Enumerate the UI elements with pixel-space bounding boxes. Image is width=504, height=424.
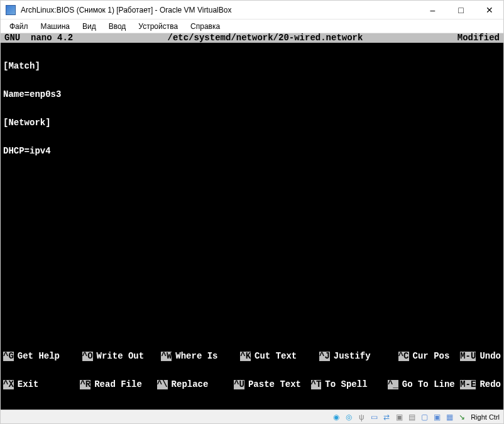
clipboard-icon[interactable]: ▤ bbox=[407, 412, 417, 422]
nano-filename: /etc/systemd/network/20-wired.network bbox=[73, 33, 457, 43]
mouse-integration-icon[interactable]: ↘ bbox=[457, 412, 467, 422]
nano-title-bar: GNU nano 4.2 /etc/systemd/network/20-wir… bbox=[1, 33, 503, 43]
menu-view[interactable]: Вид bbox=[77, 21, 101, 32]
recording-icon[interactable]: ▣ bbox=[432, 412, 442, 422]
minimize-button[interactable]: – bbox=[419, 1, 447, 20]
app-icon bbox=[6, 5, 16, 15]
shortcut-cut-text: ^KCut Text bbox=[240, 352, 319, 361]
nano-shortcut-bar: ^GGet Help ^OWrite Out ^WWhere Is ^KCut … bbox=[1, 333, 503, 410]
shortcut-read-file: ^RRead File bbox=[80, 380, 156, 389]
vm-display[interactable]: GNU nano 4.2 /etc/systemd/network/20-wir… bbox=[1, 33, 503, 410]
shortcut-go-to-line-redo: ^_Go To Line M-ERedo bbox=[388, 380, 501, 389]
hard-disk-icon[interactable]: ◉ bbox=[331, 412, 341, 422]
menu-help[interactable]: Справка bbox=[185, 21, 225, 32]
menu-input[interactable]: Ввод bbox=[104, 21, 131, 32]
optical-drive-icon[interactable]: ◎ bbox=[344, 412, 354, 422]
editor-line: Name=enp0s3 bbox=[3, 90, 501, 99]
nano-version: GNU nano 4.2 bbox=[4, 33, 73, 43]
editor-line: DHCP=ipv4 bbox=[3, 147, 501, 156]
audio-icon[interactable]: ▢ bbox=[419, 412, 429, 422]
cpu-icon[interactable]: ▦ bbox=[444, 412, 454, 422]
shortcut-to-spell: ^TTo Spell bbox=[311, 380, 388, 389]
shortcut-paste-text: ^UPaste Text bbox=[234, 380, 310, 389]
menu-bar: Файл Машина Вид Ввод Устройства Справка bbox=[1, 20, 503, 33]
shortcut-where-is: ^WWhere Is bbox=[161, 352, 240, 361]
shortcut-cur-pos-undo: ^CCur Pos M-UUndo bbox=[398, 352, 501, 361]
network-icon[interactable]: ⇄ bbox=[381, 412, 392, 422]
nano-modified: Modified bbox=[457, 33, 500, 43]
shortcut-justify: ^JJustify bbox=[319, 352, 398, 361]
menu-devices[interactable]: Устройства bbox=[133, 21, 183, 32]
vm-status-bar: ◉ ◎ ψ ▭ ⇄ ▣ ▤ ▢ ▣ ▦ ↘ Right Ctrl bbox=[1, 410, 503, 423]
menu-file[interactable]: Файл bbox=[4, 21, 33, 32]
menu-machine[interactable]: Машина bbox=[36, 21, 75, 32]
editor-line: [Match] bbox=[3, 62, 501, 71]
shortcut-replace: ^\Replace bbox=[157, 380, 234, 389]
nano-editor-body[interactable]: [Match] Name=enp0s3 [Network] DHCP=ipv4 bbox=[1, 43, 503, 333]
shared-folder-icon[interactable]: ▭ bbox=[369, 412, 379, 422]
shortcut-write-out: ^OWrite Out bbox=[82, 352, 162, 361]
usb-icon[interactable]: ψ bbox=[356, 412, 366, 422]
host-key-indicator[interactable]: Right Ctrl bbox=[469, 413, 500, 421]
window-titlebar: ArchLinux:BIOS (Снимок 1) [Работает] - O… bbox=[1, 1, 503, 20]
shortcut-get-help: ^GGet Help bbox=[3, 352, 82, 361]
editor-line: [Network] bbox=[3, 118, 501, 128]
maximize-button[interactable]: □ bbox=[447, 1, 475, 20]
close-button[interactable]: ✕ bbox=[475, 1, 503, 20]
shortcut-exit: ^XExit bbox=[3, 380, 80, 389]
window-title: ArchLinux:BIOS (Снимок 1) [Работает] - O… bbox=[19, 6, 419, 14]
display-icon[interactable]: ▣ bbox=[394, 412, 404, 422]
